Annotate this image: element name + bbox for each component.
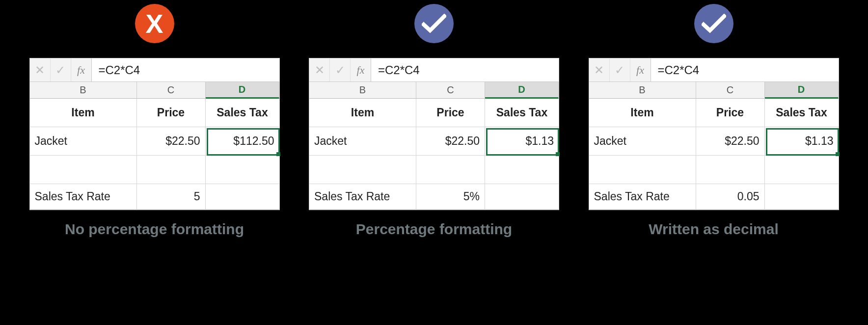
column-header-d[interactable]: D xyxy=(765,82,839,99)
cell-item[interactable]: Jacket xyxy=(309,127,416,156)
cell-sales-tax[interactable]: $1.13 xyxy=(485,127,559,156)
fill-handle[interactable] xyxy=(556,152,560,156)
empty-cell[interactable] xyxy=(485,156,559,184)
cell-rate-value[interactable]: 0.05 xyxy=(696,184,765,210)
cancel-icon[interactable]: ✕ xyxy=(309,58,330,81)
cancel-icon[interactable]: ✕ xyxy=(30,58,51,81)
fx-icon[interactable]: fx xyxy=(351,58,371,81)
formula-input[interactable]: =C2*C4 xyxy=(371,58,559,81)
enter-icon[interactable]: ✓ xyxy=(330,58,351,81)
cancel-icon[interactable]: ✕ xyxy=(589,58,610,81)
empty-cell[interactable] xyxy=(765,156,839,184)
header-sales-tax[interactable]: Sales Tax xyxy=(765,99,839,127)
fill-handle[interactable] xyxy=(276,152,280,156)
cell-price[interactable]: $22.50 xyxy=(696,127,765,156)
cell-rate-label[interactable]: Sales Tax Rate xyxy=(309,184,416,210)
header-price[interactable]: Price xyxy=(137,99,206,127)
fx-icon[interactable]: fx xyxy=(630,58,651,81)
column-header-b[interactable]: B xyxy=(309,82,416,99)
header-item[interactable]: Item xyxy=(309,99,416,127)
status-badge-correct xyxy=(414,4,454,43)
example-panel: X ✕ ✓ fx =C2*C4 B C D Item Price Sales T… xyxy=(29,4,280,238)
column-header-c[interactable]: C xyxy=(137,82,206,99)
empty-cell[interactable] xyxy=(485,184,559,210)
cell-price[interactable]: $22.50 xyxy=(137,127,206,156)
header-price[interactable]: Price xyxy=(696,99,765,127)
cell-sales-tax-value: $1.13 xyxy=(525,135,554,148)
fx-icon[interactable]: fx xyxy=(71,58,92,81)
empty-cell[interactable] xyxy=(206,156,279,184)
formula-bar: ✕ ✓ fx =C2*C4 xyxy=(309,58,559,82)
panel-caption: No percentage formatting xyxy=(65,221,244,238)
cell-sales-tax[interactable]: $1.13 xyxy=(765,127,839,156)
grid: B C D Item Price Sales Tax Jacket $22.50… xyxy=(589,82,839,210)
formula-bar: ✕ ✓ fx =C2*C4 xyxy=(30,58,279,82)
status-badge-wrong: X xyxy=(135,4,174,43)
formula-input[interactable]: =C2*C4 xyxy=(651,58,839,81)
status-badge-correct xyxy=(694,4,733,43)
header-sales-tax[interactable]: Sales Tax xyxy=(485,99,559,127)
column-header-d[interactable]: D xyxy=(206,82,279,99)
cell-item[interactable]: Jacket xyxy=(30,127,137,156)
fill-handle[interactable] xyxy=(836,152,840,156)
cell-rate-value[interactable]: 5% xyxy=(416,184,485,210)
spreadsheet: ✕ ✓ fx =C2*C4 B C D Item Price Sales Tax… xyxy=(29,58,280,210)
empty-cell[interactable] xyxy=(206,184,279,210)
empty-cell[interactable] xyxy=(30,156,137,184)
example-panel: ✕ ✓ fx =C2*C4 B C D Item Price Sales Tax… xyxy=(309,4,559,238)
empty-cell[interactable] xyxy=(589,156,696,184)
column-header-c[interactable]: C xyxy=(696,82,765,99)
cell-rate-label[interactable]: Sales Tax Rate xyxy=(589,184,696,210)
header-item[interactable]: Item xyxy=(589,99,696,127)
enter-icon[interactable]: ✓ xyxy=(610,58,630,81)
spreadsheet: ✕ ✓ fx =C2*C4 B C D Item Price Sales Tax… xyxy=(589,58,839,210)
cell-item[interactable]: Jacket xyxy=(589,127,696,156)
cell-sales-tax-value: $112.50 xyxy=(233,135,274,148)
check-icon xyxy=(702,14,726,33)
empty-cell[interactable] xyxy=(416,156,485,184)
example-panel: ✕ ✓ fx =C2*C4 B C D Item Price Sales Tax… xyxy=(589,4,839,238)
cell-price[interactable]: $22.50 xyxy=(416,127,485,156)
column-header-b[interactable]: B xyxy=(30,82,137,99)
spreadsheet: ✕ ✓ fx =C2*C4 B C D Item Price Sales Tax… xyxy=(309,58,559,210)
empty-cell[interactable] xyxy=(696,156,765,184)
grid: B C D Item Price Sales Tax Jacket $22.50… xyxy=(309,82,559,210)
header-item[interactable]: Item xyxy=(30,99,137,127)
check-icon xyxy=(422,14,446,33)
x-icon: X xyxy=(145,10,163,37)
column-header-c[interactable]: C xyxy=(416,82,485,99)
grid: B C D Item Price Sales Tax Jacket $22.50… xyxy=(30,82,279,210)
empty-cell[interactable] xyxy=(309,156,416,184)
formula-input[interactable]: =C2*C4 xyxy=(92,58,279,81)
panel-caption: Written as decimal xyxy=(649,221,779,238)
formula-bar: ✕ ✓ fx =C2*C4 xyxy=(589,58,839,82)
header-price[interactable]: Price xyxy=(416,99,485,127)
empty-cell[interactable] xyxy=(765,184,839,210)
cell-sales-tax[interactable]: $112.50 xyxy=(206,127,279,156)
column-header-d[interactable]: D xyxy=(485,82,559,99)
panel-caption: Percentage formatting xyxy=(356,221,512,238)
column-header-b[interactable]: B xyxy=(589,82,696,99)
enter-icon[interactable]: ✓ xyxy=(51,58,71,81)
cell-sales-tax-value: $1.13 xyxy=(805,135,834,148)
cell-rate-value[interactable]: 5 xyxy=(137,184,206,210)
header-sales-tax[interactable]: Sales Tax xyxy=(206,99,279,127)
empty-cell[interactable] xyxy=(137,156,206,184)
cell-rate-label[interactable]: Sales Tax Rate xyxy=(30,184,137,210)
